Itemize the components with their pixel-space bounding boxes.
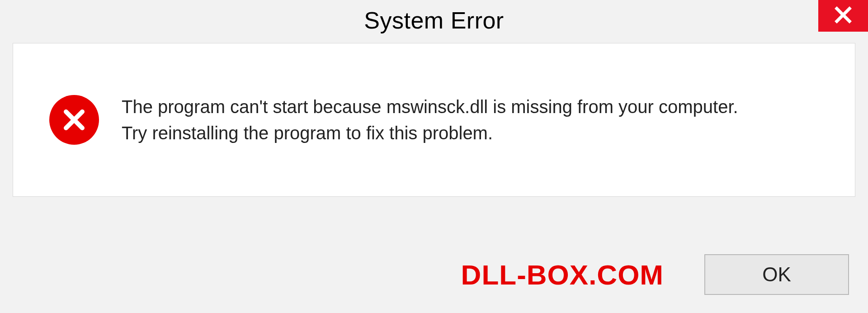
error-message: The program can't start because mswinsck… — [122, 94, 738, 146]
close-button[interactable] — [818, 0, 868, 32]
error-icon — [49, 95, 99, 145]
content-panel: The program can't start because mswinsck… — [13, 43, 855, 197]
error-message-line2: Try reinstalling the program to fix this… — [122, 120, 738, 146]
error-message-line1: The program can't start because mswinsck… — [122, 94, 738, 120]
watermark-text: DLL-BOX.COM — [461, 259, 664, 291]
footer: DLL-BOX.COM OK — [0, 250, 868, 299]
dialog-title: System Error — [364, 7, 504, 34]
error-icon-wrap — [49, 95, 99, 145]
titlebar: System Error — [0, 0, 868, 41]
close-icon — [834, 6, 852, 26]
ok-button[interactable]: OK — [704, 254, 849, 295]
